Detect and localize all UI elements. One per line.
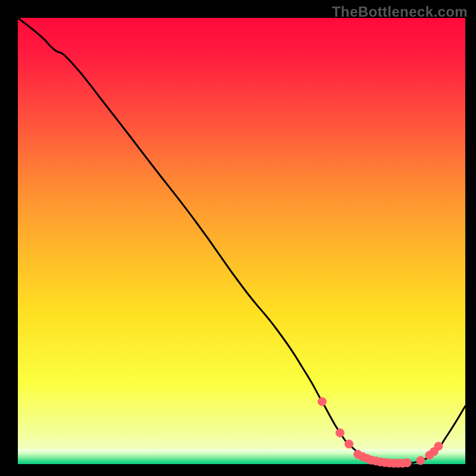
plot-area: [18, 18, 465, 464]
data-marker: [416, 456, 425, 465]
data-marker: [345, 440, 353, 448]
data-marker: [336, 429, 344, 437]
plot-gradient-fill: [18, 18, 465, 464]
chart-stage: TheBottleneck.com: [0, 0, 476, 476]
data-marker: [403, 459, 411, 467]
data-marker: [434, 442, 443, 450]
attribution-text: TheBottleneck.com: [332, 4, 468, 20]
data-marker: [318, 397, 326, 406]
border-right: [465, 0, 476, 476]
border-left: [0, 0, 18, 476]
chart-svg: [0, 0, 476, 476]
